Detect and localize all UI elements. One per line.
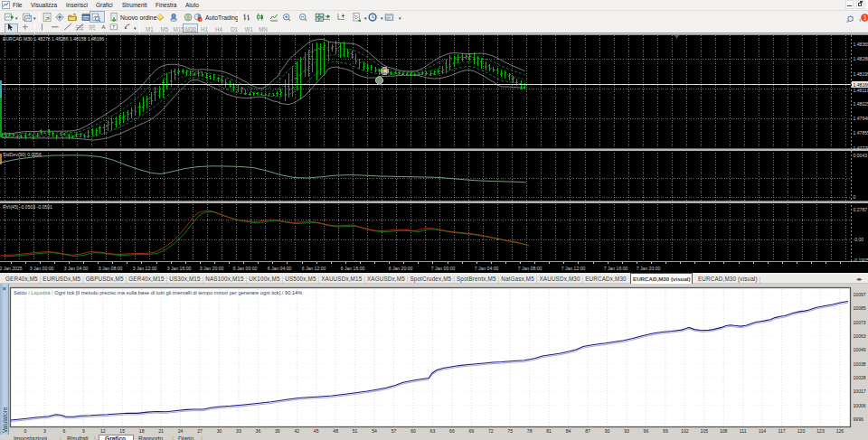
svg-text:21: 21 xyxy=(158,428,164,434)
svg-text:6 Jan 00:00: 6 Jan 00:00 xyxy=(233,266,258,271)
svg-text:0: 0 xyxy=(854,194,856,200)
svg-text:72: 72 xyxy=(488,428,494,434)
svg-text:1.47855: 1.47855 xyxy=(854,130,868,136)
svg-text:63: 63 xyxy=(430,428,436,434)
svg-text:10049: 10049 xyxy=(854,347,866,352)
svg-text:69: 69 xyxy=(468,428,474,434)
svg-text:7 Jan 16:00: 7 Jan 16:00 xyxy=(604,266,628,271)
svg-text:24: 24 xyxy=(178,428,184,434)
svg-text:87: 87 xyxy=(585,428,590,434)
svg-text:10063: 10063 xyxy=(854,333,866,339)
svg-text:6 Jan 04:00: 6 Jan 04:00 xyxy=(268,266,292,271)
svg-text:3 Jan 04:00: 3 Jan 04:00 xyxy=(64,266,89,271)
svg-text:27: 27 xyxy=(197,428,203,434)
svg-text:EURCAD,M30 1.48276 1.48286 1.4: EURCAD,M30 1.48276 1.48286 1.48158 1.481… xyxy=(3,36,104,42)
svg-text:18: 18 xyxy=(139,428,145,434)
svg-text:9: 9 xyxy=(82,428,85,434)
svg-text:15: 15 xyxy=(119,428,125,434)
svg-text:36: 36 xyxy=(256,428,261,434)
svg-text:10097: 10097 xyxy=(854,292,866,297)
svg-text:75: 75 xyxy=(507,428,513,434)
svg-text:10073: 10073 xyxy=(854,320,866,325)
svg-text:-0.00: -0.00 xyxy=(854,237,864,242)
svg-text:7 Jan 20:00: 7 Jan 20:00 xyxy=(637,266,661,271)
svg-text:10006: 10006 xyxy=(854,403,866,408)
svg-text:10017: 10017 xyxy=(854,389,866,394)
svg-text:66: 66 xyxy=(449,428,455,434)
svg-text:57: 57 xyxy=(392,428,397,434)
svg-text:42: 42 xyxy=(294,428,299,434)
svg-text:1.47940: 1.47940 xyxy=(854,116,868,121)
svg-text:3 Jan 16:00: 3 Jan 16:00 xyxy=(167,266,192,271)
svg-text:-0.1905: -0.1905 xyxy=(854,257,868,263)
svg-text:1.48195: 1.48195 xyxy=(854,71,868,77)
svg-text:1: 1 xyxy=(863,14,867,21)
svg-text:9996: 9996 xyxy=(854,417,863,422)
svg-text:7 Jan 08:00: 7 Jan 08:00 xyxy=(518,266,542,271)
svg-text:114: 114 xyxy=(759,428,766,434)
svg-text:1.48280: 1.48280 xyxy=(854,56,868,61)
svg-text:6 Jan 20:00: 6 Jan 20:00 xyxy=(389,266,413,271)
svg-text:1.48166: 1.48166 xyxy=(854,82,868,88)
svg-text:12: 12 xyxy=(100,428,106,434)
svg-text:1.47770: 1.47770 xyxy=(854,145,868,151)
svg-text:120: 120 xyxy=(797,428,806,434)
svg-text:54: 54 xyxy=(372,428,377,434)
svg-text:7 Jan 04:00: 7 Jan 04:00 xyxy=(475,266,499,271)
svg-text:A: A xyxy=(101,24,105,30)
svg-text:10038: 10038 xyxy=(854,361,866,367)
svg-text:48: 48 xyxy=(333,428,338,434)
svg-text:93: 93 xyxy=(624,428,629,434)
svg-text:33: 33 xyxy=(236,428,241,434)
svg-text:1.48110: 1.48110 xyxy=(854,88,868,93)
svg-text:0: 0 xyxy=(24,428,27,434)
svg-text:84: 84 xyxy=(566,428,571,434)
svg-text:126: 126 xyxy=(836,428,844,434)
svg-text:60: 60 xyxy=(410,428,416,434)
svg-text:3: 3 xyxy=(43,428,46,434)
svg-text:90: 90 xyxy=(605,428,610,434)
svg-text:0.2787: 0.2787 xyxy=(854,207,868,212)
svg-text:StdDev(90) 0.0056: StdDev(90) 0.0056 xyxy=(3,152,42,157)
svg-text:6 Jan 12:00: 6 Jan 12:00 xyxy=(302,266,326,271)
svg-text:RVI(45) -0.0503 -0.0501: RVI(45) -0.0503 -0.0501 xyxy=(3,204,52,210)
svg-text:2 Jan 2025: 2 Jan 2025 xyxy=(0,266,23,271)
svg-text:39: 39 xyxy=(275,428,280,434)
svg-text:96: 96 xyxy=(644,428,649,434)
svg-text:6: 6 xyxy=(62,428,65,434)
svg-text:7 Jan 00:00: 7 Jan 00:00 xyxy=(431,266,456,271)
svg-text:45: 45 xyxy=(314,428,319,434)
svg-text:51: 51 xyxy=(353,428,358,434)
svg-text:117: 117 xyxy=(778,428,786,434)
svg-text:102: 102 xyxy=(681,428,689,434)
svg-text:10085: 10085 xyxy=(854,305,866,311)
svg-text:0.0043: 0.0043 xyxy=(854,153,868,158)
svg-text:3 Jan 12:00: 3 Jan 12:00 xyxy=(133,266,157,271)
svg-text:10028: 10028 xyxy=(854,375,866,380)
svg-text:111: 111 xyxy=(740,428,747,434)
svg-text:1.48025: 1.48025 xyxy=(854,101,868,107)
svg-text:78: 78 xyxy=(527,428,533,434)
svg-text:3 Jan 00:00: 3 Jan 00:00 xyxy=(30,266,54,271)
svg-text:1.48365: 1.48365 xyxy=(854,42,868,47)
svg-text:3 Jan 08:00: 3 Jan 08:00 xyxy=(99,266,123,271)
svg-text:123: 123 xyxy=(816,428,825,434)
svg-text:108: 108 xyxy=(720,428,728,434)
svg-text:3 Jan 20:00: 3 Jan 20:00 xyxy=(200,266,224,271)
svg-text:6 Jan 16:00: 6 Jan 16:00 xyxy=(341,266,365,271)
svg-text:Saldo / Liquidità / Ogni tick: Saldo / Liquidità / Ogni tick [il metodo… xyxy=(14,290,302,295)
svg-text:99: 99 xyxy=(663,428,668,434)
svg-text:81: 81 xyxy=(546,428,552,434)
svg-text:T: T xyxy=(112,25,115,30)
svg-text:105: 105 xyxy=(701,428,709,434)
svg-text:30: 30 xyxy=(217,428,222,434)
svg-text:7 Jan 12:00: 7 Jan 12:00 xyxy=(561,266,586,271)
